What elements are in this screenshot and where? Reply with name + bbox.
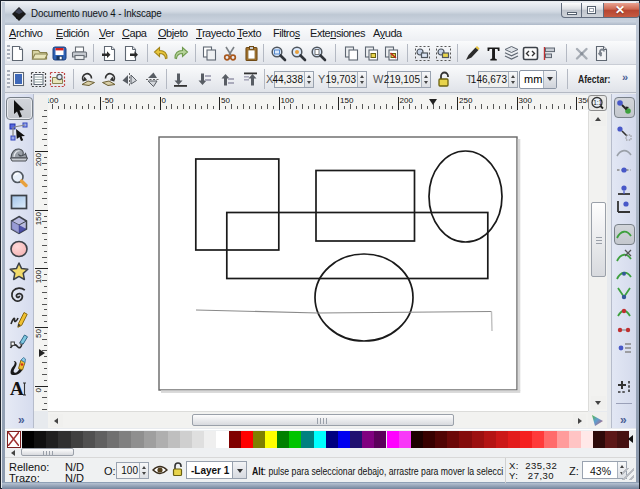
svg-text:A: A [10, 378, 24, 399]
svg-text:1:1: 1:1 [593, 99, 602, 106]
